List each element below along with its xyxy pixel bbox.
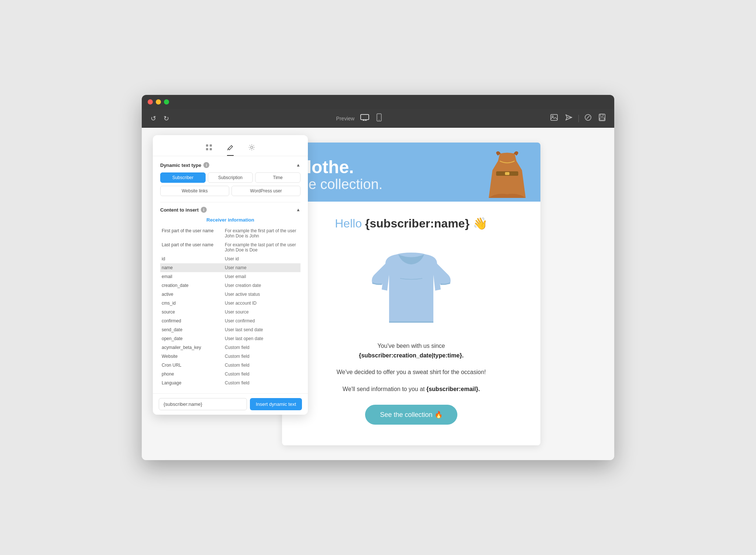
email-body1: You've been with us since {subscriber:cr…: [319, 341, 504, 360]
collapse-dynamic-icon[interactable]: ▲: [296, 162, 300, 168]
info-icon[interactable]: i: [203, 162, 209, 168]
svg-rect-17: [210, 148, 212, 150]
greeting-var: {subscriber:name} 👋: [365, 217, 488, 230]
email-body3: We'll send information to you at {subscr…: [319, 384, 504, 394]
svg-line-10: [587, 116, 590, 119]
content-info-icon[interactable]: i: [201, 207, 207, 213]
table-row[interactable]: emailUser email: [160, 272, 300, 281]
type-buttons-row1: Subscriber Subscription Time: [160, 172, 300, 183]
table-row[interactable]: open_dateUser last open date: [160, 334, 300, 343]
toolbar-preview: Preview: [336, 113, 384, 124]
redo-button[interactable]: ↻: [162, 113, 171, 124]
greeting-hello: Hello: [335, 217, 362, 230]
desktop-preview-button[interactable]: [359, 113, 371, 123]
svg-rect-21: [505, 172, 509, 175]
panel-footer: Insert dynamic text: [153, 393, 308, 415]
svg-rect-15: [210, 144, 212, 147]
svg-rect-16: [206, 148, 208, 150]
svg-rect-14: [206, 144, 208, 147]
tab-settings[interactable]: [248, 141, 255, 156]
table-row[interactable]: cms_idUser account ID: [160, 299, 300, 308]
svg-rect-6: [551, 114, 557, 120]
svg-point-19: [251, 146, 253, 148]
preview-label: Preview: [336, 116, 355, 121]
wordpress-user-button[interactable]: WordPress user: [231, 186, 300, 196]
email-preview: clothe. the collection.: [282, 143, 540, 445]
table-row[interactable]: nameUser name: [160, 263, 300, 272]
svg-point-5: [379, 120, 379, 120]
table-row[interactable]: Cron URLCustom field: [160, 361, 300, 370]
table-row[interactable]: acymailer_beta_keyCustom field: [160, 343, 300, 352]
table-row[interactable]: WebsiteCustom field: [160, 352, 300, 361]
email-greeting: Hello {subscriber:name} 👋: [297, 216, 526, 230]
svg-rect-12: [600, 114, 603, 116]
panel-body: Dynamic text type i ▲ Subscriber Subscri…: [153, 156, 308, 393]
undo-button[interactable]: ↺: [149, 113, 158, 124]
titlebar: [142, 95, 614, 109]
toolbar-history: ↺ ↻: [149, 113, 171, 124]
svg-rect-0: [361, 114, 369, 120]
insert-dynamic-text-button[interactable]: Insert dynamic text: [250, 398, 302, 410]
table-row[interactable]: First part of the user nameFor example t…: [160, 226, 300, 240]
dress-icon: [485, 150, 529, 209]
collapse-content-icon[interactable]: ▲: [296, 207, 300, 212]
svg-line-18: [227, 149, 228, 150]
mobile-preview-button[interactable]: [375, 113, 383, 124]
subscriber-button[interactable]: Subscriber: [160, 172, 206, 183]
table-row[interactable]: Last part of the user nameFor example th…: [160, 240, 300, 254]
table-row[interactable]: confirmedUser confirmed: [160, 316, 300, 325]
website-links-button[interactable]: Website links: [160, 186, 229, 196]
email-header: clothe. the collection.: [282, 143, 540, 202]
table-row[interactable]: activeUser active status: [160, 290, 300, 299]
browser-window: ↺ ↻ Preview: [142, 95, 614, 460]
panel-tab-bar: [153, 135, 308, 156]
svg-rect-13: [600, 118, 604, 120]
subscription-button[interactable]: Subscription: [208, 172, 253, 183]
email-body2: We've decided to offer you a sweat shirt…: [319, 367, 504, 377]
save-button[interactable]: [597, 113, 607, 124]
cta-button[interactable]: See the collection 🔥: [365, 405, 457, 425]
dynamic-text-title: Dynamic text type i: [160, 162, 209, 168]
table-row[interactable]: phoneCustom field: [160, 370, 300, 378]
type-buttons-row2: Website links WordPress user: [160, 186, 300, 196]
toolbar-divider: [578, 115, 579, 122]
content-title: Content to insert i: [160, 207, 207, 213]
toolbar-actions: [549, 113, 607, 124]
sweatshirt-image: [363, 241, 459, 330]
table-row[interactable]: LanguageCustom field: [160, 378, 300, 387]
sidebar-panel: Dynamic text type i ▲ Subscriber Subscri…: [153, 135, 308, 415]
maximize-button[interactable]: [164, 99, 169, 105]
dynamic-text-input[interactable]: [159, 398, 247, 410]
receiver-info-title: Receiver information: [160, 217, 300, 223]
table-row[interactable]: sourceUser source: [160, 308, 300, 316]
tab-edit[interactable]: [227, 141, 234, 156]
app-toolbar: ↺ ↻ Preview: [142, 109, 614, 128]
minimize-button[interactable]: [156, 99, 161, 105]
content-table: First part of the user nameFor example t…: [160, 226, 300, 387]
close-button[interactable]: [148, 99, 153, 105]
table-row[interactable]: creation_dateUser creation date: [160, 281, 300, 290]
table-row[interactable]: send_dateUser last send date: [160, 325, 300, 334]
main-content: Dynamic text type i ▲ Subscriber Subscri…: [142, 128, 614, 460]
dynamic-text-section-header: Dynamic text type i ▲: [160, 162, 300, 168]
tab-grid[interactable]: [206, 141, 212, 156]
table-row[interactable]: idUser id: [160, 254, 300, 263]
image-button[interactable]: [549, 113, 559, 123]
cancel-button[interactable]: [583, 113, 593, 123]
send-button[interactable]: [564, 113, 574, 123]
content-section-header: Content to insert i ▲: [160, 207, 300, 213]
email-body: Hello {subscriber:name} 👋: [282, 202, 540, 439]
time-button[interactable]: Time: [255, 172, 300, 183]
section-divider: [160, 202, 300, 202]
